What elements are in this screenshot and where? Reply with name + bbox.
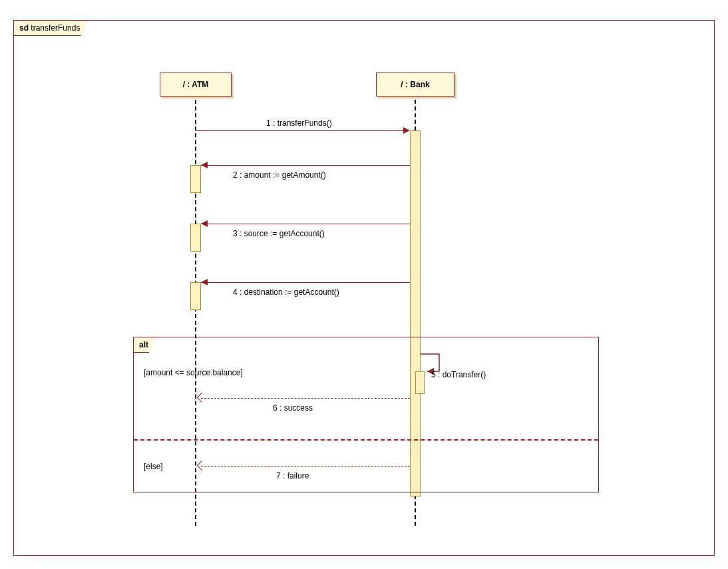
lifeline-bank-label: / : Bank <box>401 80 429 89</box>
msg1-label: 1 : transferFunds() <box>266 118 332 128</box>
sd-frame-tab: sd transferFunds <box>13 20 87 36</box>
sd-name: transferFunds <box>31 23 80 33</box>
msg6-line <box>201 398 410 399</box>
msg1-line <box>196 130 409 131</box>
msg7-label: 7 : failure <box>276 471 309 480</box>
msg3-label: 3 : source := getAccount() <box>233 229 325 238</box>
sd-keyword: sd <box>19 23 29 33</box>
alt-separator <box>134 439 598 441</box>
activation-atm-4 <box>190 282 201 310</box>
alt-guard1: [amount <= source.balance] <box>144 368 243 377</box>
msg3-line <box>201 224 410 224</box>
msg4-label: 4 : destination := getAccount() <box>233 287 339 297</box>
lifeline-atm-label: / : ATM <box>183 80 209 89</box>
alt-guard2: [else] <box>144 462 163 471</box>
msg5-label: 5 : doTransfer() <box>431 370 486 379</box>
msg2-line <box>201 165 410 166</box>
diagram-canvas: sd transferFunds / : ATM / : Bank 1 : tr… <box>0 0 728 569</box>
msg2-label: 2 : amount := getAmount() <box>233 170 326 180</box>
lifeline-bank-head: / : Bank <box>376 73 455 96</box>
msg3-arrow <box>201 220 208 227</box>
activation-atm-2 <box>190 165 201 193</box>
msg4-arrow <box>201 279 208 285</box>
msg7-line <box>201 466 410 467</box>
msg6-label: 6 : success <box>273 403 313 413</box>
lifeline-atm-head: / : ATM <box>160 73 232 96</box>
alt-frame-tab: alt <box>133 337 156 353</box>
msg1-arrow <box>403 127 410 134</box>
activation-bank-self <box>415 371 425 394</box>
activation-atm-3 <box>190 224 201 252</box>
alt-keyword: alt <box>139 340 148 349</box>
msg2-arrow <box>201 162 208 168</box>
msg4-line <box>201 282 410 283</box>
